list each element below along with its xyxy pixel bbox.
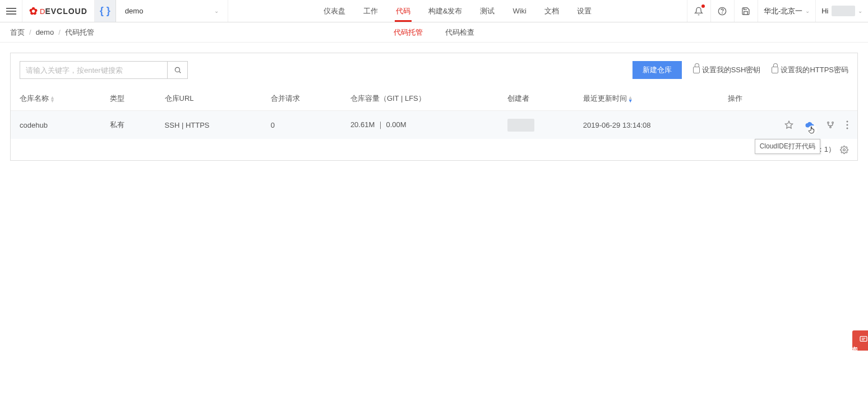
notification-dot (701, 4, 705, 8)
project-name: demo (125, 7, 144, 15)
tab-docs[interactable]: 文档 (535, 0, 568, 22)
cell-url[interactable]: SSH | HTTPS (156, 111, 262, 139)
notification-icon[interactable] (687, 0, 710, 22)
user-prefix: Hi (821, 7, 828, 15)
col-creator: 创建者 (498, 87, 574, 111)
crumb-home[interactable]: 首页 (10, 27, 25, 38)
cell-type: 私有 (101, 111, 156, 139)
search-input[interactable] (20, 66, 167, 74)
svg-point-6 (832, 122, 834, 124)
col-size: 仓库容量（GIT | LFS） (341, 87, 498, 111)
sub-nav: 首页 / demo / 代码托管 代码托管 代码检查 (0, 22, 868, 43)
crumb-project[interactable]: demo (36, 28, 54, 36)
col-type: 类型 (101, 87, 156, 111)
breadcrumb: 首页 / demo / 代码托管 (10, 27, 94, 38)
table-row[interactable]: codehub 私有 SSH | HTTPS 0 20.61M ｜ 0.00M … (11, 111, 857, 139)
cell-updated: 2019-06-29 13:14:08 (574, 111, 719, 139)
help-icon[interactable] (710, 0, 734, 22)
set-https-label: 设置我的HTTPS密码 (781, 65, 848, 75)
search-button[interactable] (167, 62, 187, 78)
cell-creator: xxx (498, 111, 574, 139)
content: 新建仓库 设置我的SSH密钥 设置我的HTTPS密码 仓库名称▲▼ 类型 仓库U… (0, 43, 868, 171)
repo-panel: 新建仓库 设置我的SSH密钥 设置我的HTTPS密码 仓库名称▲▼ 类型 仓库U… (10, 53, 858, 161)
tab-test[interactable]: 测试 (471, 0, 504, 22)
search-box (20, 61, 188, 79)
cloud-ide-icon[interactable]: CloudIDE打开代码 (805, 120, 815, 130)
col-updated[interactable]: 最近更新时间▲▼ (574, 87, 719, 111)
top-right: 华北-北京一 ⌄ Hi x ⌄ (687, 0, 868, 22)
logo[interactable]: ✿ DEVCLOUD (22, 0, 95, 22)
star-icon[interactable] (784, 120, 793, 129)
col-url: 仓库URL (156, 87, 262, 111)
crumb-current: 代码托管 (65, 27, 94, 38)
hamburger-menu[interactable] (0, 0, 22, 22)
save-icon[interactable] (734, 0, 758, 22)
lock-icon (772, 67, 778, 73)
gear-icon[interactable] (840, 146, 848, 154)
col-merge: 合并请求 (262, 87, 341, 111)
col-ops: 操作 (719, 87, 857, 111)
tab-work[interactable]: 工作 (354, 0, 387, 22)
cloud-ide-tooltip: CloudIDE打开代码 (755, 139, 820, 154)
svg-line-3 (179, 72, 181, 73)
user-menu[interactable]: Hi x ⌄ (815, 0, 868, 22)
branch-icon[interactable] (826, 120, 835, 129)
cell-ops: CloudIDE打开代码 (719, 111, 857, 139)
top-nav: ✿ DEVCLOUD { } demo ⌄ 仪表盘 工作 代码 构建&发布 测试… (0, 0, 868, 22)
svg-point-10 (847, 128, 848, 129)
svg-point-7 (830, 127, 832, 128)
set-ssh-link[interactable]: 设置我的SSH密钥 (693, 65, 761, 75)
svg-point-5 (828, 122, 829, 124)
toolbar-right: 新建仓库 设置我的SSH密钥 设置我的HTTPS密码 (632, 61, 848, 79)
svg-point-8 (847, 121, 848, 123)
table-footer: （总条数：1） (11, 139, 857, 160)
tab-dashboard[interactable]: 仪表盘 (315, 0, 354, 22)
chevron-down-icon: ⌄ (805, 8, 810, 14)
chevron-down-icon: ⌄ (858, 8, 862, 14)
tab-settings[interactable]: 设置 (568, 0, 601, 22)
more-icon[interactable] (846, 120, 848, 129)
main-tabs: 仪表盘 工作 代码 构建&发布 测试 Wiki 文档 设置 (228, 0, 687, 22)
svg-point-2 (175, 67, 179, 72)
project-selector[interactable]: demo ⌄ (116, 0, 228, 22)
repo-table: 仓库名称▲▼ 类型 仓库URL 合并请求 仓库容量（GIT | LFS） 创建者… (11, 87, 857, 139)
cell-merge: 0 (262, 111, 341, 139)
logo-first: D (40, 7, 45, 16)
logo-text: EVCLOUD (45, 7, 87, 16)
svg-point-11 (843, 148, 846, 151)
cell-size: 20.61M ｜ 0.00M (341, 111, 498, 139)
tab-wiki[interactable]: Wiki (504, 0, 535, 22)
user-name-redacted: x (832, 6, 856, 16)
tab-build[interactable]: 构建&发布 (419, 0, 472, 22)
toolbar: 新建仓库 设置我的SSH密钥 设置我的HTTPS密码 (11, 53, 857, 87)
sub-tabs: 代码托管 代码检查 (394, 27, 474, 38)
braces-icon[interactable]: { } (95, 0, 116, 22)
subtab-codecheck[interactable]: 代码检查 (445, 27, 474, 38)
chevron-down-icon: ⌄ (214, 8, 219, 14)
svg-point-1 (722, 13, 723, 13)
subtab-codehub[interactable]: 代码托管 (394, 27, 423, 38)
lock-icon (693, 67, 700, 73)
tab-code[interactable]: 代码 (387, 0, 419, 22)
region-selector[interactable]: 华北-北京一 ⌄ (758, 0, 815, 22)
svg-marker-4 (785, 121, 792, 128)
new-repo-button[interactable]: 新建仓库 (632, 61, 682, 79)
set-https-link[interactable]: 设置我的HTTPS密码 (772, 65, 848, 75)
region-label: 华北-北京一 (764, 6, 802, 16)
cell-name[interactable]: codehub (11, 111, 101, 139)
table-header-row: 仓库名称▲▼ 类型 仓库URL 合并请求 仓库容量（GIT | LFS） 创建者… (11, 87, 857, 111)
svg-point-9 (847, 124, 848, 126)
set-ssh-label: 设置我的SSH密钥 (702, 65, 761, 75)
col-name[interactable]: 仓库名称▲▼ (11, 87, 101, 111)
huawei-flower-icon: ✿ (29, 5, 38, 17)
